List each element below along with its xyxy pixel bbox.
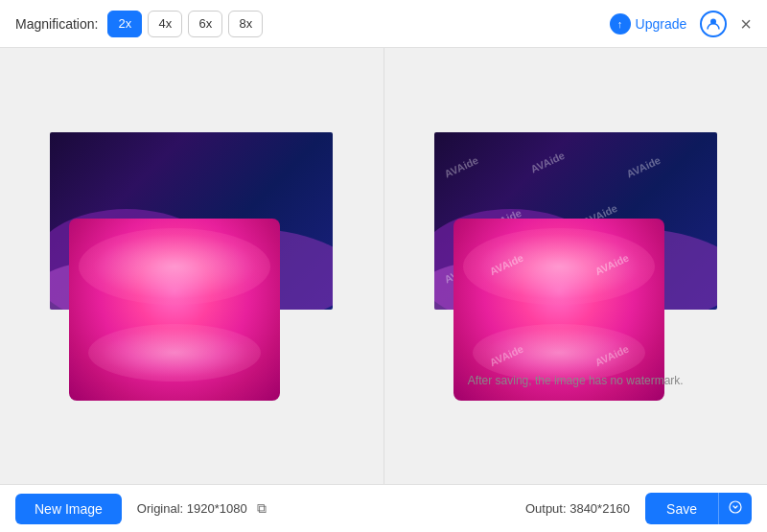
save-button-group: Save <box>645 493 752 524</box>
mag-6x-button[interactable]: 6x <box>188 11 222 37</box>
cloud-overlay-left <box>69 219 280 401</box>
upgrade-label: Upgrade <box>636 16 687 32</box>
original-composite: ✦ <box>50 132 333 401</box>
svg-point-28 <box>730 501 741 513</box>
mag-8x-button[interactable]: 8x <box>228 11 263 37</box>
new-image-button[interactable]: New Image <box>15 494 122 524</box>
mag-2x-button[interactable]: 2x <box>107 11 142 37</box>
svg-text:AVAide: AVAide <box>528 149 566 174</box>
user-avatar-icon[interactable] <box>700 11 727 37</box>
output-composite: ✦ AVAide AVAide AVAide AVAide AVAide AVA… <box>434 132 717 401</box>
output-image-panel: ✦ AVAide AVAide AVAide AVAide AVAide AVA… <box>384 48 768 484</box>
header-right-controls: ↑ Upgrade × <box>610 11 752 37</box>
original-image-panel: ✦ <box>0 48 384 484</box>
copy-icon[interactable]: ⧉ <box>257 500 267 517</box>
svg-text:AVAide: AVAide <box>442 153 479 179</box>
original-dimensions-label: Original: 1920*1080 <box>137 501 247 516</box>
save-button[interactable]: Save <box>645 493 718 524</box>
original-info-group: Original: 1920*1080 ⧉ <box>137 500 267 517</box>
mag-4x-button[interactable]: 4x <box>148 11 182 37</box>
svg-text:AVAide: AVAide <box>624 153 662 179</box>
save-dropdown-chevron-icon <box>729 500 742 514</box>
footer-right-group: Output: 3840*2160 Save <box>525 493 752 524</box>
after-saving-notice: After saving, the image has no watermark… <box>434 374 717 387</box>
header-bar: Magnification: 2x 4x 6x 8x ↑ Upgrade × <box>0 0 767 48</box>
main-area: ✦ <box>0 48 767 484</box>
footer-bar: New Image Original: 1920*1080 ⧉ Output: … <box>0 484 767 532</box>
upgrade-button[interactable]: ↑ Upgrade <box>610 13 687 35</box>
save-dropdown-button[interactable] <box>718 493 752 524</box>
close-button[interactable]: × <box>740 14 752 34</box>
magnification-label: Magnification: <box>15 16 98 32</box>
upgrade-icon: ↑ <box>610 13 631 35</box>
output-dimensions-label: Output: 3840*2160 <box>525 501 630 516</box>
magnification-controls: 2x 4x 6x 8x <box>107 11 263 37</box>
